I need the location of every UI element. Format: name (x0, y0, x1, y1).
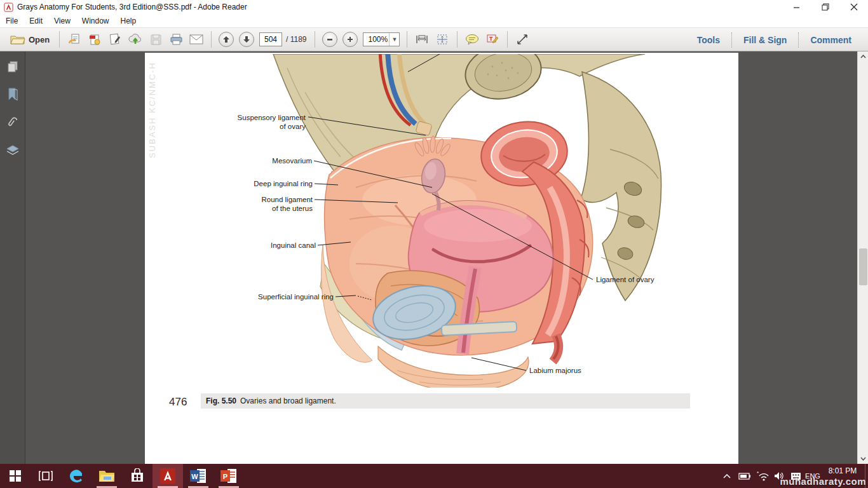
layers-icon (6, 144, 20, 157)
open-label: Open (29, 35, 50, 44)
pdf-page: SUBASH KC/NMC-H (145, 53, 738, 464)
previous-page-button[interactable] (219, 32, 234, 47)
comment-bubble-button[interactable] (463, 30, 482, 48)
cloud-upload-button[interactable] (126, 30, 145, 48)
windows-taskbar: W P (0, 464, 868, 488)
print-icon (170, 33, 183, 46)
menu-view[interactable]: View (48, 15, 76, 27)
menu-bar: File Edit View Window Help (0, 14, 868, 28)
label-ligament-of-ovary: Ligament of ovary (596, 276, 654, 283)
close-button[interactable] (839, 0, 868, 14)
menu-file[interactable]: File (0, 15, 24, 27)
navigation-rail (0, 51, 25, 464)
store-icon (130, 468, 145, 484)
minus-icon (326, 36, 334, 43)
label-deep-inguinal-ring: Deep inguinal ring (254, 180, 313, 187)
taskbar-edge[interactable] (61, 464, 92, 488)
taskbar-adobe-reader[interactable] (153, 464, 183, 488)
file-explorer-icon (98, 469, 115, 483)
label-mesovarium: Mesovarium (272, 157, 312, 165)
fit-width-button[interactable] (412, 30, 431, 48)
sacrum-shape (581, 72, 661, 301)
email-icon (189, 34, 203, 44)
cloud-upload-icon (128, 33, 142, 46)
label-labium-majorus: Labium majorus (529, 367, 581, 374)
window-title: Grays Anatomy For Students, 3rd Edition@… (17, 3, 247, 11)
figure-caption-text: Ovaries and broad ligament. (240, 396, 336, 405)
menu-edit[interactable]: Edit (24, 15, 48, 27)
label-suspensory-ligament-line2: of ovary (280, 123, 306, 130)
page-number-input[interactable] (259, 32, 282, 46)
scroll-up-button[interactable] (858, 51, 868, 62)
zoom-level-select[interactable]: 100% ▼ (363, 32, 400, 46)
title-bar: Grays Anatomy For Students, 3rd Edition@… (0, 0, 868, 14)
taskbar-watermark: muhadharaty.com (780, 476, 866, 487)
label-superficial-inguinal-ring: Superficial inguinal ring (258, 293, 334, 301)
arrow-up-icon (222, 36, 230, 43)
scroll-down-button[interactable] (858, 454, 868, 464)
tab-comment[interactable]: Comment (799, 35, 863, 45)
restore-button[interactable] (811, 0, 839, 14)
menu-window[interactable]: Window (76, 15, 115, 27)
fit-page-icon (436, 34, 449, 45)
zoom-out-button[interactable] (322, 32, 337, 47)
label-round-ligament-line1: Round ligament (261, 196, 313, 203)
taskbar-powerpoint[interactable]: P (214, 464, 244, 488)
svg-text:P: P (223, 473, 227, 480)
word-icon: W (189, 468, 207, 484)
arrow-down-icon (243, 36, 250, 43)
scrollbar-thumb[interactable] (859, 248, 867, 285)
label-inguinal-canal: Inguinal canal (271, 241, 316, 249)
bookmarks-button[interactable] (4, 86, 22, 104)
tab-tools[interactable]: Tools (686, 35, 731, 45)
chevron-up-icon (723, 474, 731, 478)
sign-document-icon (109, 33, 121, 46)
adobe-reader-icon (4, 3, 13, 12)
wifi-glyph: * (757, 471, 770, 481)
minimize-button[interactable] (782, 0, 811, 14)
zoom-in-button[interactable] (342, 32, 358, 47)
page-side-watermark: SUBASH KC/NMC-H (147, 62, 157, 158)
open-button[interactable]: Open (6, 30, 54, 48)
sign-document-button[interactable] (105, 30, 125, 48)
text-annotation-button[interactable]: T (483, 30, 502, 48)
svg-text:*: * (757, 471, 759, 476)
battery-icon[interactable] (736, 464, 754, 488)
figure-caption: Fig. 5.50 Ovaries and broad ligament. (201, 393, 690, 409)
tray-overflow-button[interactable] (719, 464, 735, 488)
taskbar-file-explorer[interactable] (92, 464, 122, 488)
page-thumbnails-icon (6, 60, 19, 73)
toolbar: Open (0, 28, 868, 51)
open-folder-icon (10, 34, 25, 45)
tab-fill-sign[interactable]: Fill & Sign (732, 35, 798, 45)
paperclip-icon (6, 116, 19, 130)
page-thumbnails-button[interactable] (4, 58, 22, 76)
save-button[interactable] (146, 30, 165, 48)
create-pdf-button[interactable] (85, 30, 104, 48)
task-view-button[interactable] (31, 464, 61, 488)
comment-bubble-icon (465, 34, 479, 45)
attachments-button[interactable] (4, 114, 22, 132)
start-button[interactable] (0, 464, 31, 488)
menu-help[interactable]: Help (115, 15, 142, 27)
next-page-button[interactable] (239, 32, 254, 47)
reading-mode-button[interactable] (513, 30, 532, 48)
vertical-scrollbar[interactable] (857, 51, 868, 464)
taskbar-word[interactable]: W (183, 464, 214, 488)
email-button[interactable] (187, 30, 206, 48)
wifi-icon[interactable]: * (755, 464, 771, 488)
taskbar-store[interactable] (122, 464, 153, 488)
fit-page-button[interactable] (433, 30, 452, 48)
svg-text:W: W (191, 473, 198, 480)
share-document-button[interactable] (65, 30, 84, 48)
print-button[interactable] (166, 30, 186, 48)
close-icon (850, 3, 858, 11)
text-annotation-icon: T (486, 34, 499, 45)
label-round-ligament-line2: of the uterus (272, 205, 313, 212)
save-icon (150, 34, 162, 46)
adobe-reader-taskbar-icon (159, 468, 176, 484)
fit-width-icon (416, 34, 428, 45)
anatomy-figure-svg: Suspensory ligament of ovary Mesovarium … (229, 54, 667, 388)
minimize-icon (793, 4, 800, 11)
layers-button[interactable] (4, 142, 22, 159)
